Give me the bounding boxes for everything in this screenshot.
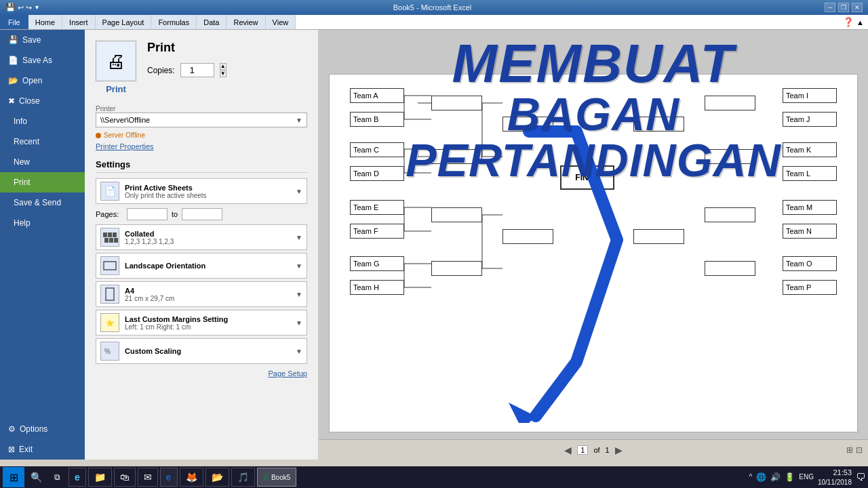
copies-down[interactable]: ▼ [220, 70, 226, 77]
taskbar-store[interactable]: 🛍 [114, 468, 136, 487]
svg-rect-1 [106, 288, 114, 300]
margins-icon: ⭐ [100, 313, 119, 332]
printer-dropdown[interactable]: \\Server\Offline ▼ [96, 113, 307, 127]
r2-right-4 [705, 261, 755, 276]
help-icon[interactable]: ❓ [843, 17, 854, 27]
printer-section: Printer \\Server\Offline ▼ Server Offlin… [96, 105, 307, 151]
printer-properties-link[interactable]: Printer Properties [96, 142, 154, 150]
qa-redo[interactable]: ↪ [26, 3, 32, 12]
tab-page-layout[interactable]: Page Layout [96, 15, 152, 29]
tab-home[interactable]: Home [28, 15, 62, 29]
tab-data[interactable]: Data [197, 15, 226, 29]
setting-collated[interactable]: Collated 1,2,3 1,2,3 1,2,3 ▼ [96, 224, 307, 250]
network-icon[interactable]: 🌐 [756, 472, 766, 482]
semi-left-2 [502, 229, 553, 244]
language-indicator[interactable]: ENG [799, 473, 814, 481]
margins-sub: Left: 1 cm Right: 1 cm [125, 323, 296, 331]
sidebar-item-save-as[interactable]: 📄 Save As [0, 50, 85, 70]
view-layout[interactable]: ⊡ [856, 445, 863, 455]
margins-main: Last Custom Margins Setting [125, 315, 296, 323]
sidebar-item-new[interactable]: New [0, 152, 85, 172]
pages-row: Pages: to [96, 207, 307, 222]
search-button[interactable]: 🔍 [26, 468, 45, 487]
paper-icon [100, 285, 119, 304]
volume-icon[interactable]: 🔊 [770, 472, 781, 482]
qa-undo[interactable]: ↩ [18, 3, 24, 12]
sheet-preview: Team A Team B Team C Team D Team E Team … [329, 74, 858, 432]
tab-file[interactable]: File [0, 15, 28, 29]
tab-review[interactable]: Review [226, 15, 265, 29]
team-box-i: Team I [783, 88, 837, 103]
taskbar-edge[interactable]: e [68, 468, 86, 487]
sidebar-item-info[interactable]: Info [0, 111, 85, 131]
systray-chevron[interactable]: ^ [749, 473, 753, 481]
tab-view[interactable]: View [266, 15, 296, 29]
task-view-button[interactable]: ⧉ [47, 468, 66, 487]
notification-button[interactable]: 🗨 [856, 472, 865, 483]
close-button[interactable]: ✕ [852, 3, 863, 12]
battery-icon[interactable]: 🔋 [785, 472, 795, 482]
setting-scaling[interactable]: % Custom Scaling ▼ [96, 338, 307, 364]
copies-up[interactable]: ▲ [220, 63, 226, 70]
view-icons: ⊞ ⊡ [846, 445, 863, 455]
copies-input[interactable] [180, 63, 214, 77]
tab-formulas[interactable]: Formulas [151, 15, 197, 29]
sidebar-item-help[interactable]: Help [0, 213, 85, 233]
orientation-icon [100, 256, 119, 275]
setting-active-sheets[interactable]: 📄 Print Active Sheets Only print the act… [96, 178, 307, 204]
qa-dropdown[interactable]: ▼ [34, 4, 40, 11]
sidebar-item-print[interactable]: Print [0, 172, 85, 192]
collated-main: Collated [125, 230, 296, 238]
view-normal[interactable]: ⊞ [846, 445, 853, 455]
page-next-btn[interactable]: ▶ [615, 445, 623, 455]
team-box-m: Team M [783, 200, 837, 215]
tab-insert[interactable]: Insert [62, 15, 96, 29]
sidebar-item-save[interactable]: 💾 Save [0, 30, 85, 50]
pages-label: Pages: [96, 210, 123, 218]
ribbon-expand[interactable]: ▲ [856, 18, 864, 26]
sidebar-item-save-send[interactable]: Save & Send [0, 192, 85, 213]
taskbar-explorer[interactable]: 📁 [88, 468, 112, 487]
minimize-button[interactable]: ─ [825, 3, 835, 12]
taskbar-excel[interactable]: X Book5 [257, 468, 297, 487]
sidebar-item-close[interactable]: ✖ Close [0, 91, 85, 111]
taskbar-ie[interactable]: e [160, 468, 178, 487]
exit-icon: ⊠ [8, 445, 15, 454]
window-controls: ─ ❐ ✕ [825, 3, 863, 12]
taskbar-mail[interactable]: ✉ [138, 468, 158, 487]
page-prev-btn[interactable]: ◀ [564, 445, 572, 455]
team-box-h: Team H [350, 280, 404, 295]
qa-save[interactable]: 💾 [5, 3, 16, 12]
sidebar-item-recent[interactable]: Recent [0, 131, 85, 152]
page-setup-link[interactable]: Page Setup [96, 369, 307, 378]
setting-paper[interactable]: A4 21 cm x 29,7 cm ▼ [96, 281, 307, 307]
team-box-j: Team J [783, 112, 837, 127]
pages-to-label: to [172, 210, 178, 218]
copies-label: Copies: [147, 66, 175, 75]
print-button[interactable]: 🖨 Print [96, 41, 136, 94]
taskbar-media[interactable]: 🎵 [231, 468, 255, 487]
pages-from-input[interactable] [127, 208, 167, 220]
print-title: Print [147, 41, 226, 55]
sidebar-item-options[interactable]: ⚙ Options [0, 419, 85, 439]
settings-section: Settings 📄 Print Active Sheets Only prin… [96, 159, 307, 378]
title-bar: 💾 ↩ ↪ ▼ Book5 - Microsoft Excel ─ ❐ ✕ [0, 0, 868, 15]
pages-to-input[interactable] [182, 208, 222, 220]
taskbar-firefox[interactable]: 🦊 [180, 468, 203, 487]
active-sheets-arrow: ▼ [296, 188, 302, 195]
file-menu-sidebar: 💾 Save 📄 Save As 📂 Open ✖ Close Info Rec… [0, 30, 85, 460]
setting-margins[interactable]: ⭐ Last Custom Margins Setting Left: 1 cm… [96, 310, 307, 336]
sidebar-item-exit[interactable]: ⊠ Exit [0, 439, 85, 460]
save-as-icon: 📄 [8, 56, 18, 65]
taskbar-folder2[interactable]: 📂 [205, 468, 229, 487]
sidebar-item-open[interactable]: 📂 Open [0, 70, 85, 91]
start-button[interactable]: ⊞ [3, 467, 24, 487]
clock[interactable]: 21:53 10/11/2018 [818, 468, 852, 486]
taskbar-right: ^ 🌐 🔊 🔋 ENG 21:53 10/11/2018 🗨 [749, 468, 865, 486]
setting-orientation[interactable]: Landscape Orientation ▼ [96, 253, 307, 279]
printer-status: Server Offline [96, 131, 307, 139]
team-box-b: Team B [350, 112, 404, 127]
r2-left-3 [431, 207, 482, 222]
restore-button[interactable]: ❐ [838, 3, 849, 12]
taskbar: ⊞ 🔍 ⧉ e 📁 🛍 ✉ e 🦊 📂 🎵 X Book5 ^ 🌐 🔊 🔋 EN… [0, 466, 868, 488]
